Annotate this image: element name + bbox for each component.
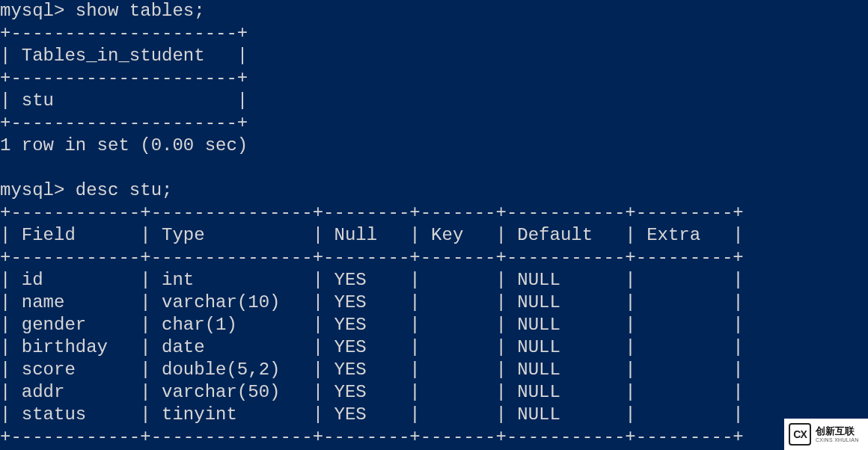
watermark: CX 创新互联 CXINS XHULIAN (784, 419, 868, 450)
watermark-cn-text: 创新互联 (816, 426, 859, 436)
terminal-output: mysql> show tables; +-------------------… (0, 0, 868, 449)
watermark-en-text: CXINS XHULIAN (816, 437, 859, 443)
watermark-logo-icon: CX (789, 423, 811, 446)
